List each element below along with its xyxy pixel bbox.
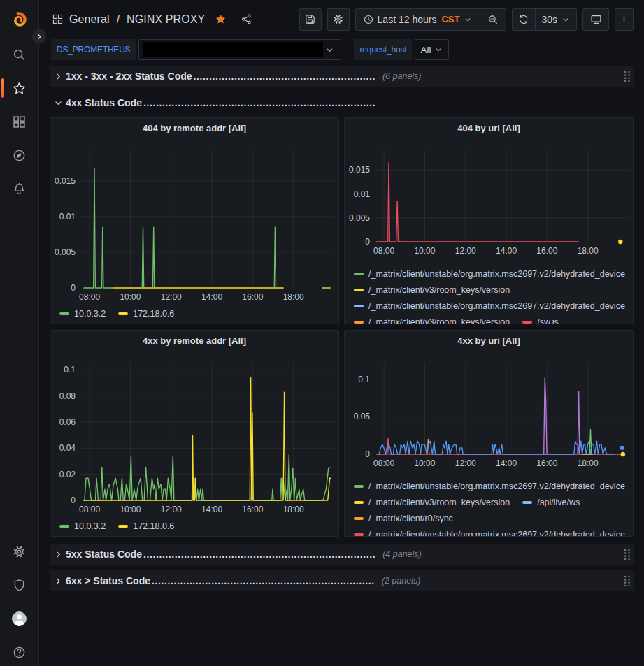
variable-label-ds-prometheus[interactable]: DS_PROMETHEUS bbox=[51, 39, 136, 60]
sidebar-item-alerting[interactable] bbox=[0, 172, 39, 205]
row-title-dots: ........................................… bbox=[143, 97, 375, 108]
gear-icon bbox=[332, 13, 344, 25]
sidebar-expand-button[interactable] bbox=[32, 29, 46, 43]
variable-label-request-host[interactable]: request_host bbox=[354, 39, 412, 60]
variable-value-select[interactable] bbox=[138, 39, 341, 60]
sidebar-item-search[interactable] bbox=[0, 38, 39, 71]
dashboard-settings-button[interactable] bbox=[327, 8, 350, 31]
legend-series-label[interactable]: 172.18.0.6 bbox=[133, 521, 174, 531]
legend-row: /_matrix/client/unstable/org.matrix.msc2… bbox=[354, 298, 633, 314]
legend-row: 10.0.3.2172.18.0.6 bbox=[59, 305, 338, 321]
legend-series-label[interactable]: /sw.js bbox=[537, 317, 559, 325]
legend-item[interactable]: /api/live/ws bbox=[522, 498, 580, 507]
breadcrumb-separator: / bbox=[117, 13, 120, 26]
share-icon[interactable] bbox=[241, 13, 252, 25]
legend-item[interactable]: 172.18.0.6 bbox=[118, 521, 174, 531]
legend-series-label[interactable]: /_matrix/client/v3/room_keys/version bbox=[368, 285, 510, 295]
more-options-button[interactable] bbox=[615, 8, 634, 31]
row-drag-handle[interactable] bbox=[624, 549, 631, 560]
bell-icon bbox=[12, 182, 27, 196]
time-series-chart[interactable]: 00.0050.010.01508:0010:0012:0014:0016:00… bbox=[345, 118, 634, 259]
panel-legend: /_matrix/client/unstable/org.matrix.msc2… bbox=[354, 478, 633, 537]
svg-text:0.005: 0.005 bbox=[55, 247, 76, 257]
refresh-interval-picker[interactable]: 30s bbox=[535, 9, 576, 30]
time-series-chart[interactable]: 00.020.040.060.080.108:0010:0012:0014:00… bbox=[50, 331, 339, 518]
sidebar-item-server-admin[interactable] bbox=[0, 568, 39, 602]
legend-item[interactable]: 10.0.3.2 bbox=[59, 309, 106, 319]
svg-text:0.005: 0.005 bbox=[349, 213, 370, 223]
legend-item[interactable]: /_matrix/client/unstable/org.matrix.msc2… bbox=[354, 269, 625, 279]
legend-item[interactable]: /_matrix/client/unstable/org.matrix.msc2… bbox=[354, 482, 625, 491]
legend-swatch-icon bbox=[354, 305, 364, 307]
legend-swatch-icon bbox=[354, 485, 364, 488]
dashboard-row-5xx[interactable]: 5xx Status Code.........................… bbox=[50, 544, 634, 565]
legend-series-label[interactable]: /api/live/ws bbox=[537, 498, 580, 507]
legend-series-label[interactable]: /_matrix/client/unstable/org.matrix.msc2… bbox=[368, 301, 625, 311]
row-title-dots: ........................................… bbox=[194, 71, 375, 82]
sidebar-item-starred[interactable] bbox=[0, 71, 39, 105]
legend-series-label[interactable]: /_matrix/client/v3/room_keys/version bbox=[368, 498, 510, 507]
star-icon bbox=[12, 81, 27, 96]
avatar bbox=[10, 610, 28, 628]
dashboard-panel: 404 by remote addr [All] 00.0050.010.015… bbox=[50, 117, 339, 324]
refresh-interval-label: 30s bbox=[541, 14, 557, 25]
refresh-button[interactable] bbox=[513, 9, 535, 30]
save-dashboard-button[interactable] bbox=[299, 8, 322, 31]
legend-item[interactable]: /_matrix/client/v3/room_keys/version bbox=[354, 285, 510, 295]
legend-item[interactable]: /_matrix/client/v3/room_keys/version bbox=[354, 498, 510, 507]
legend-series-label[interactable]: /_matrix/client/unstable/org.matrix.msc2… bbox=[368, 530, 625, 537]
svg-text:14:00: 14:00 bbox=[496, 246, 517, 256]
time-range-picker[interactable]: Last 12 hours CST bbox=[356, 9, 480, 30]
legend-item[interactable]: /_matrix/client/v3/room_keys/version bbox=[354, 317, 510, 325]
breadcrumb-section[interactable]: General bbox=[69, 13, 110, 26]
legend-series-label[interactable]: 10.0.3.2 bbox=[74, 521, 106, 531]
legend-series-label[interactable]: /_matrix/client/r0/sync bbox=[368, 514, 453, 523]
legend-swatch-icon bbox=[354, 321, 364, 324]
star-favorite-icon[interactable] bbox=[215, 13, 227, 25]
legend-series-label[interactable]: /_matrix/client/unstable/org.matrix.msc2… bbox=[368, 482, 625, 491]
legend-item[interactable]: /_matrix/client/unstable/org.matrix.msc2… bbox=[354, 530, 625, 537]
row-drag-handle[interactable] bbox=[624, 575, 631, 586]
svg-text:12:00: 12:00 bbox=[455, 458, 476, 468]
legend-series-label[interactable]: /_matrix/client/v3/room_keys/version bbox=[368, 317, 510, 325]
sidebar-item-configuration[interactable] bbox=[0, 535, 39, 568]
svg-text:16:00: 16:00 bbox=[536, 458, 557, 468]
legend-swatch-icon bbox=[354, 273, 364, 275]
panel-grid: 404 by remote addr [All] 00.0050.010.015… bbox=[50, 117, 634, 537]
dashboard-row-4xx[interactable]: 4xx Status Code.........................… bbox=[50, 92, 634, 113]
navbar-actions: Last 12 hours CST 30s bbox=[299, 8, 634, 31]
legend-item[interactable]: 10.0.3.2 bbox=[59, 521, 106, 531]
legend-series-label[interactable]: 172.18.0.6 bbox=[133, 309, 174, 319]
legend-item[interactable]: 172.18.0.6 bbox=[118, 309, 174, 319]
sidebar-item-explore[interactable] bbox=[0, 138, 39, 172]
svg-text:0: 0 bbox=[71, 283, 76, 293]
dashboard-row-1xx[interactable]: 1xx - 3xx - 2xx Status Code.............… bbox=[50, 66, 634, 87]
row-title-dots: ........................................… bbox=[152, 575, 375, 586]
panel-legend: 10.0.3.2172.18.0.6 bbox=[59, 518, 338, 534]
sidebar bbox=[0, 0, 39, 666]
time-picker-group: Last 12 hours CST bbox=[355, 8, 507, 31]
legend-item[interactable]: /_matrix/client/r0/sync bbox=[354, 514, 453, 523]
dashboard-row-6xx[interactable]: 6xx > Status Code.......................… bbox=[50, 570, 634, 591]
row-drag-handle[interactable] bbox=[624, 71, 631, 82]
svg-text:18:00: 18:00 bbox=[578, 246, 599, 256]
grafana-logo[interactable] bbox=[9, 10, 29, 30]
legend-row: /_matrix/client/r0/sync bbox=[354, 510, 633, 526]
legend-item[interactable]: /sw.js bbox=[522, 317, 559, 325]
time-series-chart[interactable]: 00.0050.010.01508:0010:0012:0014:0016:00… bbox=[50, 118, 339, 305]
svg-text:10:00: 10:00 bbox=[120, 505, 141, 514]
variable-value-all[interactable]: All bbox=[415, 39, 449, 60]
row-panel-count: (2 panels) bbox=[382, 576, 421, 586]
sidebar-item-profile[interactable] bbox=[0, 602, 39, 635]
legend-series-label[interactable]: 10.0.3.2 bbox=[74, 309, 106, 319]
legend-item[interactable]: /_matrix/client/unstable/org.matrix.msc2… bbox=[354, 301, 625, 311]
sidebar-item-dashboards[interactable] bbox=[0, 105, 39, 138]
sidebar-item-help[interactable] bbox=[0, 635, 39, 666]
breadcrumb-dashboard-title[interactable]: NGINX PROXY bbox=[127, 13, 205, 26]
cycle-view-mode-button[interactable] bbox=[582, 8, 609, 31]
svg-text:16:00: 16:00 bbox=[242, 505, 263, 514]
legend-swatch-icon bbox=[59, 525, 69, 528]
time-series-chart[interactable]: 00.050.108:0010:0012:0014:0016:0018:00 bbox=[345, 331, 634, 472]
zoom-out-button[interactable] bbox=[480, 9, 506, 30]
legend-series-label[interactable]: /_matrix/client/unstable/org.matrix.msc2… bbox=[368, 269, 625, 279]
